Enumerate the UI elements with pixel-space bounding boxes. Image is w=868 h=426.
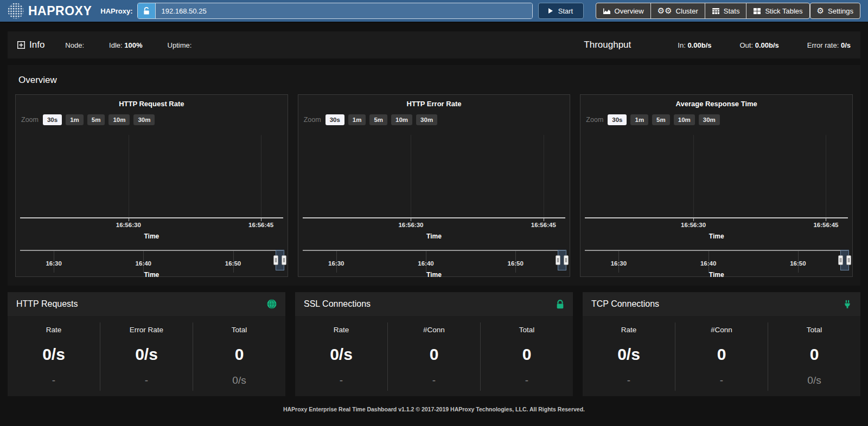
- gridline: [693, 135, 694, 217]
- unlock-icon: [143, 7, 150, 15]
- settings-button-label: Settings: [828, 7, 853, 15]
- chart-title: HTTP Error Rate: [298, 100, 570, 108]
- overview-section-title: Overview: [18, 75, 856, 86]
- navigator-tick-label: 16:40: [136, 260, 151, 267]
- stat-value: 0: [388, 345, 480, 364]
- cluster-nav-button[interactable]: ⚙⚙ Cluster: [650, 3, 705, 19]
- zoom-30s-button[interactable]: 30s: [43, 114, 62, 125]
- x-tick-label: 16:56:30: [398, 222, 423, 228]
- grid-icon: [753, 8, 761, 15]
- stat-sub-value: -: [388, 375, 480, 386]
- stats-nav-button[interactable]: Stats: [705, 3, 747, 19]
- charts-row: HTTP Request Rate Zoom 30s 1m 5m 10m 30m…: [12, 94, 856, 277]
- haproxy-address-input[interactable]: [156, 3, 532, 18]
- stat-sub-value: 0/s: [193, 375, 285, 386]
- navigator-left-handle[interactable]: [838, 255, 843, 265]
- x-tick-label: 16:56:45: [813, 222, 838, 228]
- zoom-label: Zoom: [586, 116, 603, 124]
- error-rate-stat: Error rate: 0/s: [807, 41, 851, 49]
- zoom-30s-button[interactable]: 30s: [608, 114, 627, 125]
- plus-square-icon: [17, 41, 25, 49]
- chart-title: HTTP Request Rate: [16, 100, 288, 108]
- x-tick-label: 16:56:30: [116, 222, 141, 228]
- unlock-icon-button[interactable]: [138, 3, 156, 18]
- stick-tables-nav-button[interactable]: Stick Tables: [746, 3, 809, 19]
- gridline: [129, 135, 129, 217]
- error-rate-value: 0/s: [841, 41, 851, 49]
- stat-value: 0: [193, 345, 285, 364]
- stat-label: Total: [768, 326, 860, 334]
- throughput-out-value: 0.00b/s: [755, 41, 779, 49]
- navigator-right-handle[interactable]: [846, 255, 851, 265]
- http-requests-card: HTTP Requests Rate 0/s - Error Rate 0/s …: [8, 292, 285, 396]
- zoom-5m-button[interactable]: 5m: [87, 114, 105, 125]
- zoom-30m-button[interactable]: 30m: [133, 114, 155, 125]
- x-axis-line: [20, 217, 283, 218]
- zoom-30s-button[interactable]: 30s: [326, 114, 344, 125]
- throughput-title: Throughput: [584, 40, 631, 50]
- stat-sub-value: -: [295, 375, 387, 386]
- top-navbar: HAPROXY HAProxy: Start Overview ⚙⚙ Clust…: [0, 0, 868, 23]
- zoom-5m-button[interactable]: 5m: [369, 114, 387, 125]
- plug-icon: [843, 300, 852, 309]
- overview-nav-button[interactable]: Overview: [596, 3, 651, 19]
- settings-button[interactable]: ⚙ Settings: [810, 3, 860, 19]
- globe-icon: [267, 299, 277, 309]
- axis-tick: [261, 218, 261, 221]
- x-tick-label: 16:56:45: [531, 222, 556, 228]
- stat-total: Total 0 -: [481, 322, 573, 391]
- stat-conn: #Conn 0 -: [388, 322, 481, 391]
- x-axis-title: Time: [585, 233, 848, 240]
- zoom-10m-button[interactable]: 10m: [674, 114, 695, 125]
- chart-panel-http-request-rate: HTTP Request Rate Zoom 30s 1m 5m 10m 30m…: [15, 94, 288, 277]
- zoom-30m-button[interactable]: 30m: [699, 114, 720, 125]
- zoom-label: Zoom: [304, 116, 321, 124]
- x-axis-title: Time: [20, 233, 283, 240]
- navigator-tick-label: 16:50: [790, 260, 806, 267]
- navigator-tick-label: 16:30: [611, 260, 627, 267]
- zoom-1m-button[interactable]: 1m: [348, 114, 366, 125]
- stat-sub-value: -: [100, 375, 193, 386]
- zoom-1m-button[interactable]: 1m: [630, 114, 648, 125]
- stat-cards-row: HTTP Requests Rate 0/s - Error Rate 0/s …: [8, 292, 860, 396]
- zoom-30m-button[interactable]: 30m: [416, 114, 437, 125]
- x-axis-line: [303, 217, 566, 218]
- axis-tick: [411, 218, 411, 221]
- axis-tick: [544, 218, 544, 221]
- throughput-in-value: 0.00b/s: [687, 41, 711, 49]
- zoom-1m-button[interactable]: 1m: [66, 114, 84, 125]
- stat-error-rate: Error Rate 0/s -: [100, 322, 193, 391]
- navigator-left-handle[interactable]: [273, 255, 278, 265]
- zoom-10m-button[interactable]: 10m: [108, 114, 130, 125]
- stat-rate: Rate 0/s -: [295, 322, 388, 391]
- zoom-5m-button[interactable]: 5m: [652, 114, 670, 125]
- info-expand-toggle[interactable]: Info: [17, 40, 44, 50]
- navigator-left-handle[interactable]: [556, 255, 560, 265]
- axis-tick: [693, 218, 694, 221]
- gear-icon: ⚙: [817, 7, 824, 15]
- start-button-label: Start: [558, 7, 573, 15]
- stat-label: Rate: [8, 326, 100, 334]
- address-input-group: [137, 3, 533, 19]
- x-tick-label: 16:56:30: [681, 222, 706, 228]
- idle-stat: Idle: 100%: [109, 41, 142, 49]
- x-axis-line: [585, 217, 848, 218]
- card-body: Rate 0/s - Error Rate 0/s - Total 0 0/s: [8, 316, 285, 396]
- navigator-right-handle[interactable]: [282, 255, 286, 265]
- navigator-axis-line: [303, 250, 566, 251]
- x-tick-label: 16:56:45: [248, 222, 273, 228]
- card-header: HTTP Requests: [8, 292, 285, 316]
- stat-value: 0: [768, 345, 860, 364]
- zoom-10m-button[interactable]: 10m: [391, 114, 412, 125]
- info-label: Info: [29, 40, 44, 50]
- gridline: [261, 135, 261, 217]
- gridline: [411, 135, 411, 217]
- navigator-tick-label: 16:40: [418, 260, 433, 267]
- start-button[interactable]: Start: [538, 3, 584, 19]
- navigator-axis-line: [20, 250, 283, 251]
- navigator-tick-label: 16:50: [507, 260, 523, 267]
- ssl-connections-card: SSL Connections Rate 0/s - #Conn 0 - Tot…: [295, 292, 573, 396]
- instance-label: HAProxy:: [100, 7, 132, 15]
- zoom-controls: Zoom 30s 1m 5m 10m 30m: [21, 114, 158, 125]
- navigator-right-handle[interactable]: [564, 255, 569, 265]
